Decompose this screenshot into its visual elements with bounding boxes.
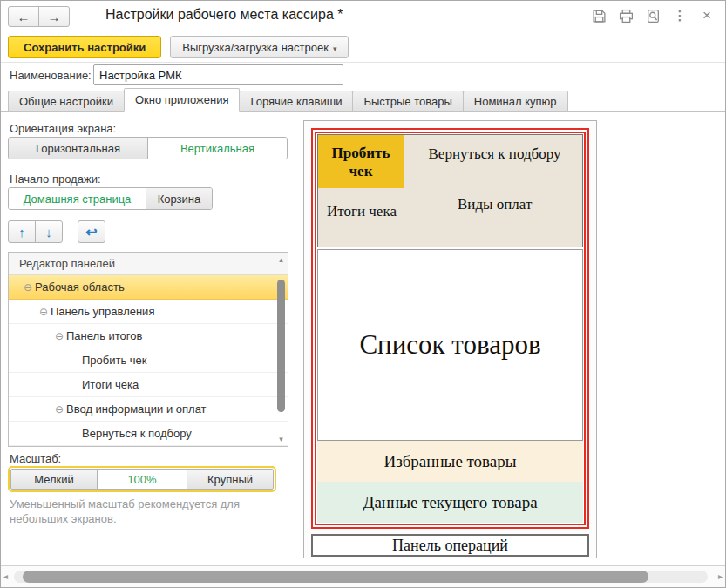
save-settings-button[interactable]: Сохранить настройки <box>8 36 161 58</box>
arrow-up-icon: ↑ <box>18 225 25 240</box>
tabstrip: Общие настройки Окно приложения Горячие … <box>8 88 568 112</box>
command-bar-separator <box>1 62 725 63</box>
tree-scrollbar[interactable]: ▴ ▾ <box>275 253 287 445</box>
scale-toggle: Мелкий 100% Крупный <box>8 466 276 492</box>
preview-operations-panel-block[interactable]: Панель операций <box>311 534 589 557</box>
page-title: Настройки рабочего места кассира * <box>105 7 343 23</box>
forward-arrow-icon: → <box>48 10 61 24</box>
horizontal-scrollbar-thumb[interactable] <box>23 571 648 583</box>
tree-row-control-panel[interactable]: ⊖ Панель управления <box>9 300 288 324</box>
preview-favorite-goods-block[interactable]: Избранные товары <box>317 441 583 482</box>
tree-row-label: Вернуться к подбору <box>82 427 192 440</box>
sale-start-toggle: Домашняя страница Корзина <box>8 187 213 210</box>
history-nav: ← → <box>8 6 70 27</box>
tree-row-label: Ввод информации и оплат <box>66 402 207 416</box>
import-export-settings-button[interactable]: Выгрузка/загрузка настроек▾ <box>170 36 349 58</box>
orientation-toggle: Горизонтальная Вертикальная <box>8 137 288 159</box>
preview-current-good-data-block[interactable]: Данные текущего товара <box>317 482 583 523</box>
selected-area-inner-frame: Пробить чек Вернуться к подбору Итоги че… <box>315 132 586 525</box>
layout-preview: Пробить чек Вернуться к подбору Итоги че… <box>303 120 597 558</box>
scale-large-option[interactable]: Крупный <box>187 469 274 490</box>
scroll-right-icon[interactable]: ▸ <box>718 571 723 581</box>
scale-hint-text: Уменьшенный масштаб рекомендуется для не… <box>10 497 264 526</box>
preview-search-icon[interactable] <box>645 8 661 24</box>
horizontal-scrollbar[interactable]: ◂ ▸ <box>1 566 725 588</box>
tree-scrollbar-thumb[interactable] <box>277 280 285 412</box>
print-icon[interactable] <box>618 8 634 24</box>
tree-row-label: Панель итогов <box>66 329 142 342</box>
horizontal-scrollbar-track[interactable] <box>14 571 708 583</box>
close-icon[interactable]: × <box>699 8 715 24</box>
back-arrow-icon: ← <box>17 10 31 24</box>
selected-area-frame: Пробить чек Вернуться к подбору Итоги че… <box>311 128 589 529</box>
tree-row-label: Пробить чек <box>82 354 147 367</box>
orientation-label: Ориентация экрана: <box>10 122 116 135</box>
tree-row-label: Рабочая область <box>35 280 125 294</box>
tree-row-work-area[interactable]: ⊖ Рабочая область <box>9 275 288 300</box>
collapse-icon[interactable]: ⊖ <box>52 330 66 342</box>
move-up-button[interactable]: ↑ <box>8 220 36 243</box>
scale-100-option[interactable]: 100% <box>97 469 187 490</box>
tree-row-totals-panel[interactable]: ⊖ Панель итогов <box>9 324 288 348</box>
tab-general-settings[interactable]: Общие настройки <box>8 91 125 112</box>
sale-start-home-option[interactable]: Домашняя страница <box>9 188 146 209</box>
save-icon[interactable] <box>591 8 607 24</box>
collapse-icon[interactable]: ⊖ <box>37 306 51 318</box>
preview-return-to-selection-block[interactable]: Вернуться к подбору <box>409 145 580 163</box>
sale-start-cart-option[interactable]: Корзина <box>146 188 212 209</box>
scale-label: Масштаб: <box>10 452 61 465</box>
preview-receipt-totals-block[interactable]: Итоги чека <box>327 203 397 220</box>
tab-hotkeys[interactable]: Горячие клавиши <box>239 91 353 112</box>
command-bar: Сохранить настройки Выгрузка/загрузка на… <box>8 36 349 58</box>
name-input[interactable] <box>93 64 343 85</box>
titlebar-actions: ⋮ × <box>591 6 715 25</box>
preview-payment-types-block[interactable]: Виды оплат <box>458 196 532 213</box>
tree-row-label: Панель управления <box>51 305 154 318</box>
panel-editor-tree: Редактор панелей ⊖ Рабочая область ⊖ Пан… <box>8 252 288 447</box>
tree-row-receipt-totals[interactable]: Итоги чека <box>9 373 288 397</box>
scroll-left-icon[interactable]: ◂ <box>3 571 8 581</box>
preview-goods-list-block[interactable]: Список товаров <box>317 249 583 441</box>
scroll-up-icon[interactable]: ▴ <box>275 255 287 264</box>
import-export-label: Выгрузка/загрузка настроек <box>182 41 329 54</box>
tree-row-print-receipt[interactable]: Пробить чек <box>9 348 288 373</box>
undo-arrow-icon: ↩ <box>85 224 97 240</box>
cashier-settings-window: ← → Настройки рабочего места кассира * ⋮… <box>0 0 726 588</box>
reset-panels-button[interactable]: ↩ <box>78 220 105 243</box>
name-field-label: Наименование: <box>10 69 92 82</box>
orientation-vertical-option[interactable]: Вертикальная <box>147 138 287 159</box>
preview-print-receipt-block[interactable]: Пробить чек <box>318 135 404 188</box>
collapse-icon[interactable]: ⊖ <box>52 403 66 416</box>
tab-quick-goods[interactable]: Быстрые товары <box>352 91 463 112</box>
scroll-down-icon[interactable]: ▾ <box>275 435 287 443</box>
dropdown-caret-icon: ▾ <box>333 44 337 53</box>
sale-start-label: Начало продажи: <box>10 172 101 186</box>
more-menu-icon[interactable]: ⋮ <box>672 8 688 24</box>
tree-header: Редактор панелей <box>9 253 288 275</box>
scale-small-option[interactable]: Мелкий <box>10 469 98 490</box>
move-buttons: ↑ ↓ <box>8 220 63 243</box>
tab-banknote-denominations[interactable]: Номинал купюр <box>463 91 568 112</box>
tree-row-label: Итоги чека <box>82 378 139 391</box>
preview-control-panel[interactable]: Пробить чек Вернуться к подбору Итоги че… <box>317 134 583 247</box>
tab-application-window[interactable]: Окно приложения <box>124 88 241 112</box>
forward-button[interactable]: → <box>38 6 70 27</box>
move-down-button[interactable]: ↓ <box>35 220 63 243</box>
orientation-horizontal-option[interactable]: Горизонтальная <box>9 138 147 159</box>
tree-row-return-to-selection[interactable]: Вернуться к подбору <box>9 422 288 446</box>
collapse-icon[interactable]: ⊖ <box>21 281 35 294</box>
arrow-down-icon: ↓ <box>45 225 52 240</box>
back-button[interactable]: ← <box>8 6 39 27</box>
tree-row-info-payment-input[interactable]: ⊖ Ввод информации и оплат <box>9 397 288 422</box>
